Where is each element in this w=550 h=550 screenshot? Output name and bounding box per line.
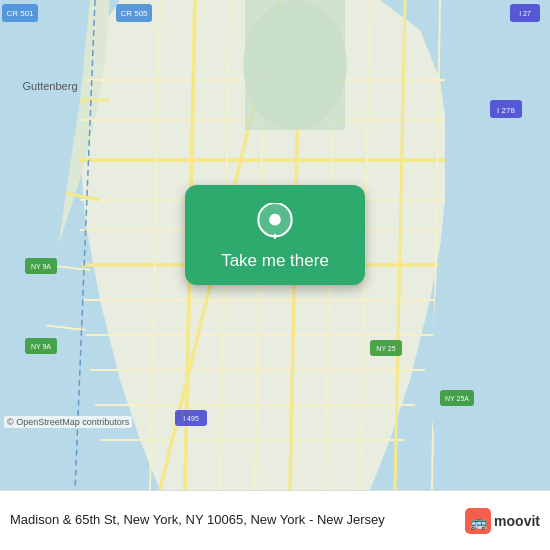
moovit-logo: 🚌 moovit: [465, 508, 540, 534]
moovit-brand-text: moovit: [494, 513, 540, 529]
svg-text:NY 25: NY 25: [376, 345, 395, 352]
action-card: Take me there: [185, 185, 365, 285]
location-pin-icon: [255, 203, 295, 243]
svg-text:Guttenberg: Guttenberg: [22, 80, 77, 92]
copyright-text: © OpenStreetMap contributors: [4, 416, 132, 428]
svg-text:I 495: I 495: [183, 415, 199, 422]
address-label: Madison & 65th St, New York, NY 10065, N…: [10, 511, 457, 529]
svg-text:NY 9A: NY 9A: [31, 263, 51, 270]
svg-text:NY 25A: NY 25A: [445, 395, 469, 402]
svg-point-58: [269, 214, 281, 226]
take-me-there-button[interactable]: Take me there: [221, 251, 329, 271]
moovit-icon: 🚌: [465, 508, 491, 534]
info-bar: Madison & 65th St, New York, NY 10065, N…: [0, 490, 550, 550]
svg-text:🚌: 🚌: [470, 514, 488, 531]
map-view: CR 501 CR 505 I 278 I 27 NY 9 NY 9A NY 9…: [0, 0, 550, 490]
svg-marker-30: [430, 0, 550, 490]
svg-text:NY 9A: NY 9A: [31, 343, 51, 350]
svg-text:I 27: I 27: [519, 10, 531, 17]
svg-point-29: [243, 0, 347, 130]
svg-text:I 278: I 278: [497, 106, 515, 115]
svg-text:CR 505: CR 505: [120, 9, 148, 18]
svg-text:CR 501: CR 501: [6, 9, 34, 18]
